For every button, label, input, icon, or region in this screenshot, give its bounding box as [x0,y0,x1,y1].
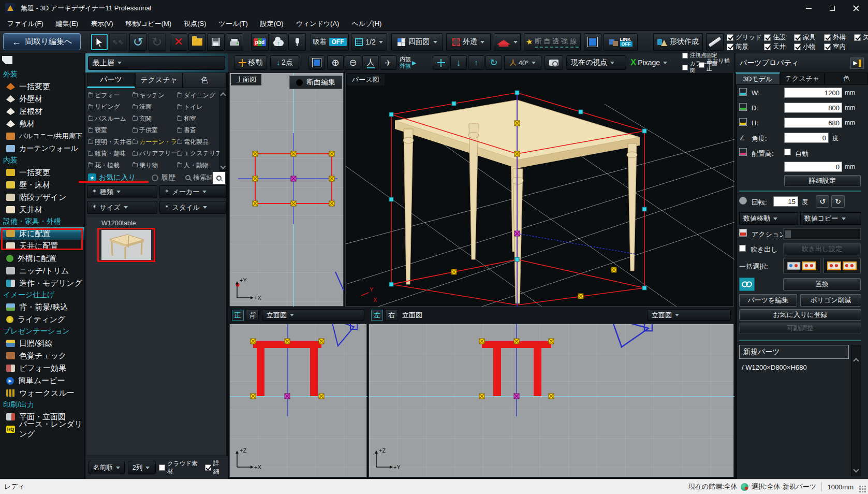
back-elevation-button[interactable]: 背 [246,309,259,321]
measure-tool-button[interactable] [706,33,724,51]
front-elevation-button[interactable]: 正 [231,309,244,321]
filter-kind-dropdown[interactable]: ＊ 種類 [87,185,157,198]
menu-move-copy[interactable]: 移動/コピー(M) [126,19,172,28]
category-item[interactable]: 乗り物 [133,159,177,171]
category-item[interactable]: エクステリア [177,148,220,160]
category-item[interactable]: 照明・天井器具 [88,136,133,148]
side-elevation-viewport[interactable]: +Z +Y [369,324,734,477]
sidebar-item-exterior-wall[interactable]: 外壁材 [0,93,84,105]
placement-height-input[interactable] [784,162,842,172]
category-item[interactable]: 人・動物 [177,159,220,171]
left-elevation-button[interactable]: 左 [371,309,384,321]
interior-exterior-toggle[interactable]: 内観外観 ▶ [400,54,430,71]
category-item[interactable]: 寝室 [88,125,133,137]
sidebar-item-place-exterior[interactable]: 外構に配置 [0,252,84,265]
depth-input[interactable] [784,103,842,113]
cloud-upload-button[interactable]: ↑ [270,33,287,51]
category-item[interactable]: 雑貨・趣味 [88,148,133,160]
part-size-list-item[interactable]: / W1200×D800×H680 [742,364,807,371]
view-layout-dropdown[interactable]: 四面図 [391,33,443,51]
sidebar-item-color-check[interactable]: 色覚チェック [0,350,84,362]
category-scrollbar[interactable] [219,91,226,171]
pbd-export-button[interactable]: pbd [251,33,269,51]
category-item[interactable]: ビフォー [88,90,133,101]
action-input[interactable] [783,228,861,240]
balloon-checkbox[interactable] [739,245,746,252]
right-elevation-button[interactable]: 右 [385,309,398,321]
maximize-button[interactable] [820,0,844,17]
check-ceiling[interactable]: 天井 [764,42,794,51]
voice-input-button[interactable] [288,33,306,51]
shape-create-button[interactable]: 形状作成 [653,33,703,51]
category-item[interactable]: 洗面 [133,101,177,113]
tab-favorites[interactable]: ★ お気に入り [88,173,136,182]
category-item[interactable]: 玄関 [133,113,177,125]
close-button[interactable] [844,0,868,17]
edit-parts-button[interactable]: パーツを編集 [739,294,797,307]
roof-display-dropdown[interactable] [494,33,521,51]
multi-select-tool-button[interactable]: ⇖⇖ [109,33,127,51]
snapshot-button[interactable] [545,55,563,70]
walk-view-button[interactable]: 人 [362,55,379,70]
category-item[interactable]: キッチン [133,90,177,101]
numeric-move-dropdown[interactable]: 数値移動 [739,212,798,225]
menu-help[interactable]: ヘルプ(H) [351,19,381,28]
tab-texture[interactable]: テクスチャ [135,72,183,88]
width-input[interactable] [784,88,842,98]
sidebar-item-wall-floor[interactable]: 壁・床材 [0,179,84,191]
current-viewpoint-dropdown[interactable]: 現在の視点 [566,55,626,70]
sidebar-item-sunlight[interactable]: 日照/斜線 [0,337,84,350]
menu-window[interactable]: ウィンドウ(A) [296,19,340,28]
part-list-scrollbar[interactable] [851,345,861,476]
sidebar-item-easy-movie[interactable]: ▶簡単ムービー [0,374,84,387]
part-thumbnail[interactable] [101,230,151,260]
sidebar-item-pers-rendering[interactable]: HQパース・レンダリング [0,423,84,435]
check-arrow[interactable]: 矢印 [854,33,868,42]
batch-select-same-button[interactable] [783,258,820,273]
sidebar-item-roof-material[interactable]: 屋根材 [0,105,84,118]
check-jusetsu[interactable]: 住設 [764,33,794,42]
section-edit-button[interactable]: 断面編集 [289,76,342,89]
sidebar-item-interior-batch[interactable]: 一括変更 [0,166,84,179]
height-input[interactable] [784,118,842,128]
display-mode-dropdown[interactable]: 外透 [446,33,491,51]
link-parts-button[interactable] [739,278,755,291]
check-cloud-material[interactable]: クラウド素材 [159,460,202,475]
sidebar-item-niche-trim[interactable]: ニッチ/トリム [0,265,84,277]
line-style-tools[interactable]: ★ 断自透強線 [524,33,581,51]
sidebar-item-modeling[interactable]: 造作・モデリング [0,277,84,289]
minimize-button[interactable] [797,0,820,17]
sidebar-item-place-on-ceiling[interactable]: 天井に配置 [0,240,84,252]
menu-settings[interactable]: 設定(O) [260,19,284,28]
register-favorite-button[interactable]: お気に入りに登録 [739,309,861,321]
filter-style-dropdown[interactable]: ＊ スタイル [159,201,226,214]
fit-view-button[interactable] [308,55,325,70]
sort-order-dropdown[interactable]: 名前順 [89,461,125,474]
category-item[interactable]: 電化製品 [177,136,220,148]
check-grid[interactable]: グリッド [727,33,764,42]
tab-color-props[interactable]: 色 [825,72,868,85]
check-furniture[interactable]: 家具 [794,33,824,42]
category-item[interactable]: 子供室 [133,125,177,137]
menu-edit[interactable]: 編集(E) [56,19,78,28]
batch-select-all-button[interactable] [823,258,861,273]
undo-button[interactable]: ↺ [129,33,147,51]
tab-parts[interactable]: パーツ [87,72,135,88]
menu-tools[interactable]: ツール(T) [219,19,248,28]
print-button[interactable] [226,33,243,51]
sidebar-item-background-foreground[interactable]: 背・前景/映込 [0,301,84,313]
tab-3d-model[interactable]: 3Dモデル [735,72,780,85]
panel-expand-button[interactable]: ▶ [850,57,864,69]
tab-color[interactable]: 色 [183,72,226,88]
category-item[interactable]: バリアフリー [133,148,177,160]
rotate-input[interactable] [773,196,798,207]
category-item-curtain-rug[interactable]: カーテン・ラグ [133,136,177,148]
sidebar-item-walkthrough[interactable]: ウォークスルー [0,387,84,399]
snap-toggle-button[interactable]: 吸着 OFF [311,33,349,51]
check-interior[interactable]: 室内 [824,42,854,51]
move-down-button[interactable]: ↓ [450,55,467,70]
check-small-items[interactable]: 小物 [794,42,824,51]
sidebar-item-place-on-floor[interactable]: 床に配置 [0,227,84,240]
open-file-button[interactable] [188,33,206,51]
auto-height-checkbox[interactable] [784,149,791,155]
